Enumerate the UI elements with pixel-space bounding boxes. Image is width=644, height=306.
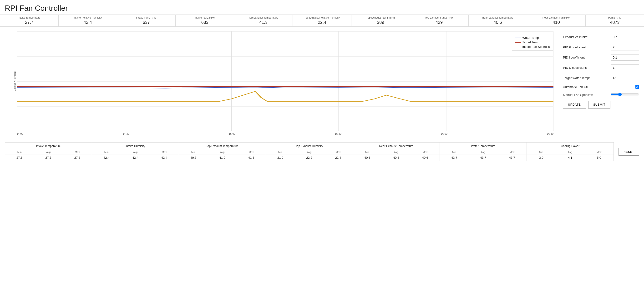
bsub-wt-min: Min	[440, 150, 469, 154]
bval-wt-avg: 43.7	[469, 154, 498, 161]
manual-fan-slider[interactable]	[611, 93, 639, 96]
stat-top-exhaust-temp: Top Exhaust Temperature 41.3	[234, 15, 293, 26]
stat-top-exhaust-fan2-label: Top Exhaust Fan 2 RPM	[412, 16, 466, 19]
stat-intake-fan2-value: 633	[178, 20, 232, 25]
bsub-ret-avg: Avg	[382, 150, 410, 154]
bval-tet-max: 41.3	[237, 154, 266, 161]
bval-cooling-power: 3.0 4.1 5.0	[527, 154, 614, 161]
auto-fan-checkbox[interactable]	[636, 85, 639, 89]
stat-top-exhaust-fan2-value: 429	[412, 20, 466, 25]
stat-intake-fan2-label: Intake Fan2 RPM	[178, 16, 232, 19]
x-tick-1400: 14:00	[17, 132, 23, 135]
legend-fan-speed: Intake Fan Speed %	[515, 45, 550, 48]
bsub-water-temp: Min Avg Max	[440, 150, 527, 154]
bval-intake-temp: 27.6 27.7 27.8	[5, 154, 92, 161]
pid-i-input[interactable]	[611, 54, 639, 61]
exhaust-intake-label: Exhaust vs Intake:	[563, 35, 608, 39]
btitle-rear-exhaust-temp: Rear Exhaust Temperature	[353, 143, 440, 150]
bsub-it-avg: Avg	[34, 150, 63, 154]
legend-water-temp-line	[515, 38, 521, 38]
update-button[interactable]: UPDATE	[563, 101, 586, 109]
bsub-it-max: Max	[63, 150, 92, 154]
stat-top-exhaust-temp-value: 41.3	[236, 20, 291, 25]
water-temp-line	[17, 87, 554, 88]
reset-button[interactable]: RESET	[618, 148, 639, 155]
legend-water-temp-label: Water Temp	[522, 36, 539, 39]
bval-it-min: 27.6	[5, 154, 34, 161]
stat-rear-exhaust-temp-label: Rear Exhaust Temperature	[470, 16, 525, 19]
bval-teh-min: 21.9	[266, 154, 295, 161]
bsub-cp-min: Min	[527, 150, 556, 154]
bottom-table: Intake Temperature Intake Humidity Top E…	[5, 142, 614, 161]
stat-top-exhaust-fan2: Top Exhaust Fan 2 RPM 429	[410, 15, 469, 26]
fan-speed-line	[17, 91, 554, 101]
bottom-sub-labels: Min Avg Max Min Avg Max Min Avg Max Min …	[5, 150, 614, 154]
bval-ih-min: 42.4	[92, 154, 121, 161]
bottom-outer: Intake Temperature Intake Humidity Top E…	[5, 142, 639, 161]
bval-rear-ex-temp: 40.6 40.6 40.6	[353, 154, 440, 161]
chart-container: Celsius / Percent	[5, 31, 556, 135]
exhaust-intake-input[interactable]	[611, 34, 639, 40]
controls-panel: Exhaust vs Intake: PID P coefficient: PI…	[563, 31, 639, 135]
bval-intake-humidity: 42.4 42.4 42.4	[92, 154, 179, 161]
control-target-water-temp: Target Water Temp:	[563, 75, 639, 81]
manual-fan-label: Manual Fan Speed%:	[563, 93, 608, 97]
legend-target-temp: Target Temp	[515, 40, 550, 44]
stat-intake-temp-value: 27.7	[2, 20, 56, 25]
x-tick-1530: 15:30	[335, 132, 342, 135]
stat-pump-rpm-value: 4873	[588, 20, 642, 25]
bsub-top-ex-hum: Min Avg Max	[266, 150, 353, 154]
submit-button[interactable]: SUBMIT	[588, 101, 610, 109]
btn-row: UPDATE SUBMIT	[563, 101, 639, 109]
chart-inner: 100 75 50 25 0	[17, 31, 554, 131]
target-water-temp-label: Target Water Temp:	[563, 76, 608, 80]
bsub-it-min: Min	[5, 150, 34, 154]
stat-pump-rpm-label: Pump RPM	[588, 16, 642, 19]
main-content: Celsius / Percent	[0, 27, 644, 140]
pid-d-input[interactable]	[611, 64, 639, 71]
slider-wrap	[611, 93, 639, 97]
stat-rear-exhaust-fan-label: Rear Exhaust Fan RPM	[529, 16, 584, 19]
bottom-values: 27.6 27.7 27.8 42.4 42.4 42.4 40.7 41.0 …	[5, 154, 614, 161]
legend-fan-speed-label: Intake Fan Speed %	[522, 45, 550, 48]
stat-intake-humidity: Intake Relative Humidity 42.4	[58, 15, 117, 26]
stat-intake-fan1: Intake Fan1 RPM 637	[117, 15, 176, 26]
btitle-top-exhaust-humidity: Top Exhaust Humidity	[266, 143, 353, 150]
stat-top-exhaust-humidity-value: 22.4	[295, 20, 349, 25]
bsub-cooling-power: Min Avg Max	[527, 150, 614, 154]
bval-it-avg: 27.7	[34, 154, 63, 161]
legend-water-temp: Water Temp	[515, 36, 550, 39]
pid-p-input[interactable]	[611, 44, 639, 50]
bval-teh-max: 22.4	[324, 154, 352, 161]
stat-top-exhaust-fan1-value: 389	[353, 20, 408, 25]
control-manual-fan: Manual Fan Speed%:	[563, 93, 639, 97]
bval-ih-avg: 42.4	[121, 154, 150, 161]
bsub-ih-min: Min	[92, 150, 121, 154]
bsub-intake-humidity: Min Avg Max	[92, 150, 179, 154]
bval-top-ex-hum: 21.9 22.2 22.4	[266, 154, 353, 161]
bsub-tet-avg: Avg	[208, 150, 236, 154]
target-water-temp-input[interactable]	[611, 75, 639, 81]
control-auto-fan: Automatic Fan Ctl:	[563, 85, 639, 89]
app-title: RPI Fan Controller	[0, 0, 644, 14]
stat-intake-temp: Intake Temperature 27.7	[0, 15, 58, 26]
bval-wt-max: 43.7	[498, 154, 526, 161]
stat-rear-exhaust-fan: Rear Exhaust Fan RPM 410	[527, 15, 586, 26]
bval-cp-avg: 4.1	[556, 154, 584, 161]
btitle-intake-temp: Intake Temperature	[5, 143, 92, 150]
bsub-intake-temp: Min Avg Max	[5, 150, 92, 154]
control-pid-i: PID I coefficient:	[563, 54, 639, 61]
bsub-cp-avg: Avg	[556, 150, 584, 154]
control-exhaust-intake: Exhaust vs Intake:	[563, 34, 639, 40]
legend-fan-speed-line	[515, 47, 521, 47]
stat-rear-exhaust-temp-value: 40.6	[470, 20, 525, 25]
legend-target-temp-label: Target Temp	[522, 40, 539, 44]
btitle-top-exhaust-temp: Top Exhaust Temperature	[179, 143, 266, 150]
bsub-top-ex-temp: Min Avg Max	[179, 150, 266, 154]
stat-intake-humidity-label: Intake Relative Humidity	[60, 16, 115, 19]
btitle-water-temp: Water Temperature	[440, 143, 527, 150]
bsub-cp-max: Max	[585, 150, 614, 154]
auto-fan-label: Automatic Fan Ctl:	[563, 85, 633, 89]
bsub-ret-max: Max	[411, 150, 440, 154]
bsub-teh-max: Max	[324, 150, 352, 154]
